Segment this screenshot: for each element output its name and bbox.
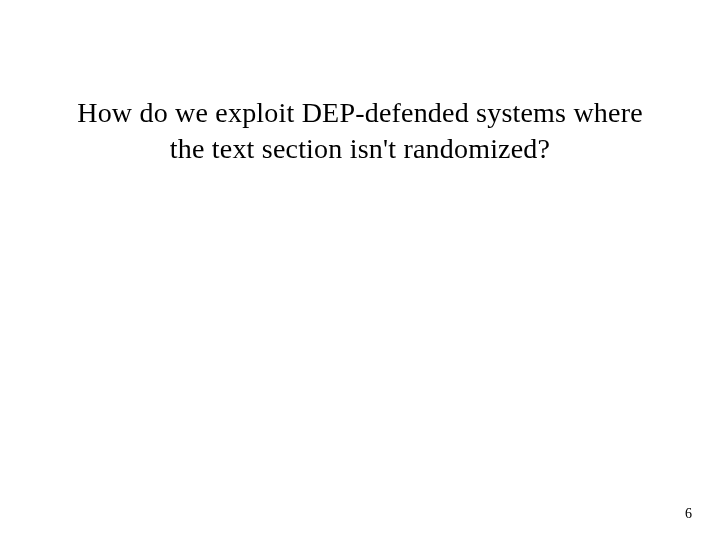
page-number: 6	[685, 506, 692, 522]
slide-title: How do we exploit DEP-defended systems w…	[60, 95, 660, 168]
slide: How do we exploit DEP-defended systems w…	[0, 0, 720, 540]
